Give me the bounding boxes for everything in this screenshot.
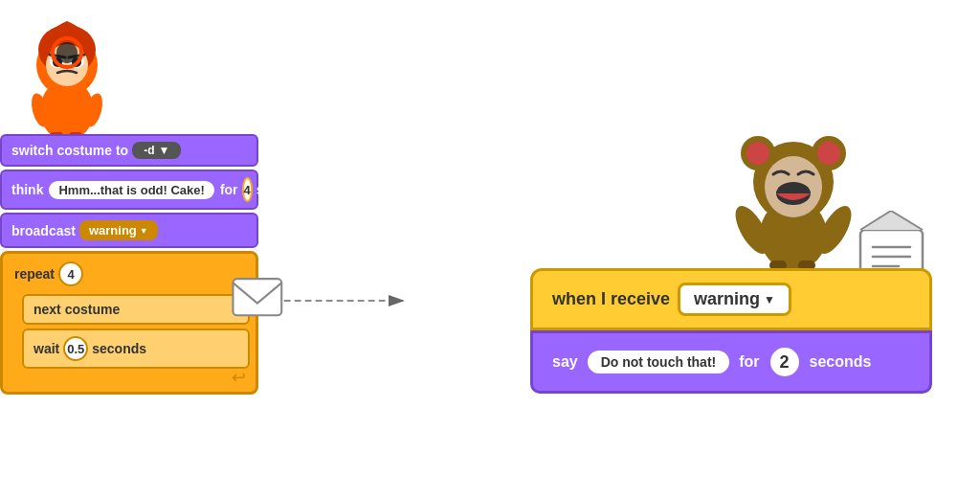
think-seconds-val[interactable]: 4: [242, 177, 253, 202]
svg-point-9: [56, 42, 78, 63]
say-label: say: [552, 353, 578, 371]
switch-costume-label: switch costume to: [11, 143, 128, 158]
think-seconds: seconds: [256, 182, 311, 197]
svg-rect-27: [769, 260, 787, 268]
broadcast-block[interactable]: broadcast warning ▼: [0, 213, 258, 248]
receive-label: when I receive: [552, 289, 670, 309]
wait-value[interactable]: 0.5: [63, 336, 88, 361]
think-block[interactable]: think Hmm...that is odd! Cake! for 4 sec…: [0, 170, 258, 210]
say-value[interactable]: Do not touch that!: [586, 349, 732, 375]
say-for: for: [739, 353, 759, 371]
broadcast-value[interactable]: warning ▼: [79, 220, 158, 240]
svg-point-20: [746, 142, 769, 165]
say-seconds-val[interactable]: 2: [768, 345, 802, 379]
think-value[interactable]: Hmm...that is odd! Cake!: [47, 179, 215, 201]
wait-label: wait: [33, 341, 59, 356]
switch-costume-block[interactable]: switch costume to -d ▼: [0, 134, 258, 167]
receive-block[interactable]: when I receive warning ▼: [530, 268, 932, 330]
dashed-arrow-connector: [215, 259, 445, 364]
receive-value: warning: [694, 289, 760, 309]
broadcast-label: broadcast: [11, 223, 76, 238]
svg-point-22: [817, 142, 840, 165]
character-bear: [722, 96, 865, 272]
svg-rect-15: [233, 279, 281, 315]
right-blocks-panel: when I receive warning ▼ say Do not touc…: [530, 268, 932, 394]
character-ninja: [10, 0, 124, 143]
say-block[interactable]: say Do not touch that! for 2 seconds: [530, 330, 932, 394]
wait-seconds: seconds: [92, 341, 146, 356]
costume-value[interactable]: -d ▼: [132, 142, 181, 159]
next-costume-label: next costume: [33, 302, 120, 317]
receive-dropdown: ▼: [764, 293, 775, 306]
repeat-value[interactable]: 4: [58, 261, 83, 286]
think-label: think: [11, 182, 43, 197]
loop-icon: ↩: [232, 367, 246, 388]
say-seconds: seconds: [810, 353, 872, 371]
think-for: for: [220, 182, 238, 197]
svg-rect-28: [798, 260, 815, 268]
repeat-label: repeat: [14, 266, 55, 282]
receive-value-container[interactable]: warning ▼: [678, 283, 791, 316]
